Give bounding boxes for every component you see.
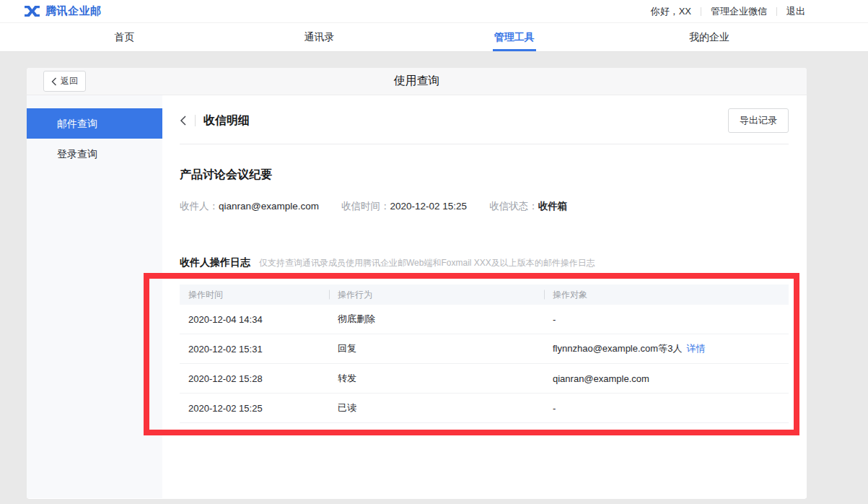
log-target-text: flynnzhao@example.com等3人 [553, 343, 682, 354]
tab-admin-tools[interactable]: 管理工具 [417, 23, 612, 51]
brand-name: 腾讯企业邮 [45, 4, 102, 18]
log-target: - [544, 314, 789, 325]
card-body: 邮件查询 登录查询 收信明细 导出记录 产品讨论会议纪要 收件人：qianran… [27, 95, 807, 498]
table-row: 2020-12-02 15:28 转发 qianran@example.com [180, 364, 789, 394]
meta-value: qianran@example.com [219, 201, 319, 212]
mail-meta: 收件人：qianran@example.com 收信时间：2020-12-02 … [180, 200, 789, 213]
nav-tabs: 首页 通讯录 管理工具 我的企业 [27, 23, 807, 51]
table-row: 2020-12-04 14:34 彻底删除 - [180, 305, 789, 334]
export-records-button[interactable]: 导出记录 [728, 108, 789, 133]
main-nav: 首页 通讯录 管理工具 我的企业 [0, 23, 868, 52]
usage-query-card: 返回 使用查询 邮件查询 登录查询 收信明细 导出记录 产品讨论会议纪要 收件人… [27, 68, 807, 499]
column-header-target: 操作对象 [544, 289, 789, 301]
exmail-logo-icon [24, 4, 40, 18]
topbar: 腾讯企业邮 你好，XX 管理企业微信 退出 [0, 0, 868, 23]
log-time: 2020-12-04 14:34 [180, 314, 329, 325]
meta-label: 收信状态： [489, 201, 538, 212]
main-panel: 收信明细 导出记录 产品讨论会议纪要 收件人：qianran@example.c… [162, 95, 807, 498]
sidebar-item-login-query[interactable]: 登录查询 [27, 139, 162, 169]
meta-value: 收件箱 [538, 201, 568, 212]
meta-label: 收件人： [180, 201, 219, 212]
brand[interactable]: 腾讯企业邮 [24, 4, 102, 18]
back-button-label: 返回 [61, 75, 78, 87]
log-action: 回复 [329, 342, 544, 355]
log-section-note: 仅支持查询通讯录成员使用腾讯企业邮Web端和Foxmail XXX及以上版本的邮… [259, 257, 595, 269]
log-action: 转发 [329, 372, 544, 385]
card-header: 返回 使用查询 [27, 68, 807, 95]
table-header-row: 操作时间 操作行为 操作对象 [180, 284, 789, 305]
meta-receive-time: 收信时间：2020-12-02 15:25 [341, 200, 467, 213]
meta-receive-status: 收信状态：收件箱 [489, 200, 567, 213]
log-action: 已读 [329, 401, 544, 414]
tab-my-company[interactable]: 我的企业 [612, 23, 807, 51]
topbar-links: 你好，XX 管理企业微信 退出 [651, 5, 805, 18]
log-time: 2020-12-02 15:28 [180, 373, 329, 384]
log-target: qianran@example.com [544, 373, 789, 384]
column-header-action: 操作行为 [329, 289, 544, 301]
back-button[interactable]: 返回 [43, 71, 86, 92]
separator [701, 7, 701, 16]
log-action: 彻底删除 [329, 313, 544, 326]
mail-subject: 产品讨论会议纪要 [180, 168, 789, 183]
greeting-text: 你好，XX [651, 5, 691, 18]
detail-header: 收信明细 导出记录 [180, 95, 789, 144]
table-row: 2020-12-02 15:25 已读 - [180, 394, 789, 423]
meta-recipient: 收件人：qianran@example.com [180, 200, 319, 213]
column-header-time: 操作时间 [180, 289, 329, 301]
log-target: - [544, 403, 789, 414]
tab-contacts[interactable]: 通讯录 [222, 23, 416, 51]
divider [195, 115, 196, 126]
separator [776, 7, 777, 16]
operation-log-table: 操作时间 操作行为 操作对象 2020-12-04 14:34 彻底删除 - 2… [180, 284, 789, 423]
logout-link[interactable]: 退出 [786, 5, 805, 18]
manage-wecom-link[interactable]: 管理企业微信 [711, 5, 767, 18]
detail-link[interactable]: 详情 [686, 343, 705, 354]
log-section-header: 收件人操作日志 仅支持查询通讯录成员使用腾讯企业邮Web端和Foxmail XX… [180, 256, 789, 269]
table-row: 2020-12-02 15:31 回复 flynnzhao@example.co… [180, 334, 789, 364]
detail-title: 收信明细 [203, 113, 250, 129]
page-title: 使用查询 [27, 74, 807, 89]
sidebar-item-mail-query[interactable]: 邮件查询 [27, 108, 162, 139]
meta-label: 收信时间： [341, 201, 390, 212]
log-time: 2020-12-02 15:25 [180, 403, 329, 414]
chevron-left-icon [51, 77, 57, 86]
meta-value: 2020-12-02 15:25 [390, 201, 468, 212]
log-target: flynnzhao@example.com等3人详情 [544, 342, 789, 355]
tab-home[interactable]: 首页 [27, 23, 222, 51]
log-time: 2020-12-02 15:31 [180, 344, 329, 355]
sidebar: 邮件查询 登录查询 [27, 95, 162, 498]
chevron-left-icon[interactable] [180, 115, 187, 126]
log-section-title: 收件人操作日志 [180, 256, 250, 269]
